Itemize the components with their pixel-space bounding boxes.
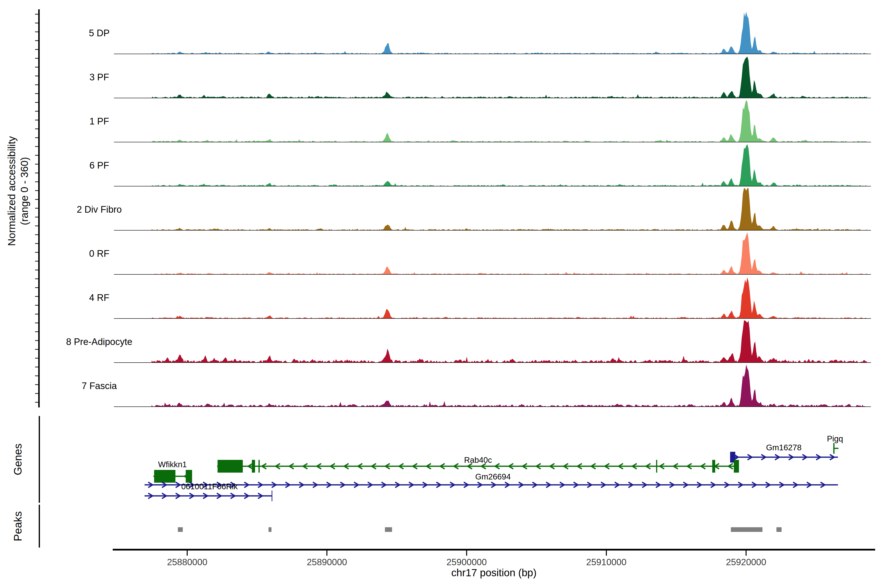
gene-label-Gm26694: Gm26694 bbox=[475, 472, 511, 481]
coverage-area-8-pre-adipocyte bbox=[152, 321, 867, 363]
peak-box bbox=[776, 527, 782, 532]
coverage-area-1-pf bbox=[152, 100, 867, 142]
track-label: 3 PF bbox=[89, 72, 109, 82]
coverage-plot-canvas: Normalized accessibility (range 0 - 360)… bbox=[0, 0, 882, 588]
x-tick-label: 25920000 bbox=[726, 557, 766, 567]
gene-label-Pigq: Pigq bbox=[827, 434, 843, 443]
coverage-area-4-rf bbox=[152, 278, 867, 318]
y-axis-line bbox=[38, 9, 40, 407]
track-label: 1 PF bbox=[89, 116, 109, 126]
track-label: 2 Div Fibro bbox=[76, 204, 122, 214]
coverage-plot-figure: Normalized accessibility (range 0 - 360)… bbox=[0, 0, 882, 588]
gene-models: PigqGm16278Rab40cWfikkn1Gm266940610011F0… bbox=[144, 434, 843, 501]
coverage-area-2-div-fibro bbox=[152, 188, 867, 230]
track-label: 7 Fascia bbox=[82, 381, 117, 391]
gene-label-0610011F06Rik: 0610011F06Rik bbox=[181, 482, 238, 491]
peak-box bbox=[268, 527, 272, 532]
gene-label-Wfikkn1: Wfikkn1 bbox=[158, 460, 187, 469]
track-label: 8 Pre-Adipocyte bbox=[66, 337, 132, 347]
gene-exon bbox=[218, 460, 243, 472]
gene-exon bbox=[258, 460, 260, 472]
coverage-area-5-dp bbox=[152, 12, 867, 54]
track-label: 6 PF bbox=[89, 160, 109, 171]
x-tick-label: 25890000 bbox=[307, 557, 347, 567]
gene-exon bbox=[252, 460, 255, 472]
x-tick-label: 25910000 bbox=[586, 557, 627, 567]
gene-exon bbox=[656, 460, 657, 472]
x-axis-line bbox=[113, 549, 875, 550]
coverage-area-6-pf bbox=[152, 144, 867, 186]
track-label: 0 RF bbox=[89, 248, 109, 259]
y-axis-label-line1: Normalized accessibility bbox=[6, 136, 17, 246]
y-axis-ticks bbox=[35, 14, 38, 402]
gene-exon bbox=[712, 460, 715, 472]
coverage-area-0-rf bbox=[152, 232, 867, 274]
gene-exon bbox=[154, 470, 176, 483]
track-label: 4 RF bbox=[89, 292, 109, 303]
peak-box bbox=[385, 527, 392, 532]
peak-box bbox=[731, 527, 762, 532]
gene-exon bbox=[833, 443, 834, 454]
peaks-section-label: Peaks bbox=[12, 512, 24, 541]
gene-label-Rab40c: Rab40c bbox=[464, 456, 492, 465]
gene-exon bbox=[734, 460, 739, 472]
peaks-bracket bbox=[39, 505, 40, 548]
genes-section-label: Genes bbox=[12, 444, 24, 475]
track-label: 5 DP bbox=[89, 28, 110, 38]
gene-label-Gm16278: Gm16278 bbox=[766, 443, 802, 452]
x-axis-ticks: 2588000025890000259000002591000025920000 bbox=[167, 550, 766, 567]
x-axis-title: chr17 position (bp) bbox=[451, 567, 537, 579]
coverage-tracks: 5 DP3 PF1 PF6 PF2 Div Fibro0 RF4 RF8 Pre… bbox=[66, 12, 871, 407]
peak-boxes bbox=[178, 527, 782, 532]
gene-exon bbox=[186, 470, 192, 483]
x-tick-label: 25900000 bbox=[446, 557, 487, 567]
coverage-area-3-pf bbox=[152, 57, 867, 98]
y-axis-label-line2: (range 0 - 360) bbox=[19, 157, 30, 225]
peak-box bbox=[178, 527, 183, 532]
genes-bracket bbox=[39, 416, 40, 503]
x-tick-label: 25880000 bbox=[167, 557, 207, 567]
coverage-area-7-fascia bbox=[152, 364, 867, 407]
